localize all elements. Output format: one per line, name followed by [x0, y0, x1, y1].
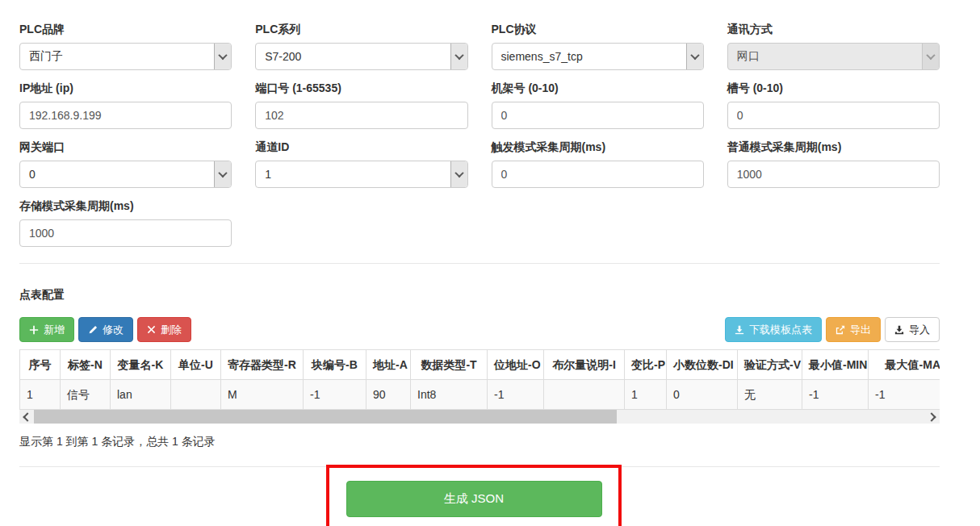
cell-bit-address: -1: [488, 380, 544, 410]
red-annotation-box: 生成 JSON: [326, 465, 622, 526]
slot-no-input[interactable]: [727, 102, 940, 129]
cell-varname: lan: [111, 380, 171, 410]
cell-label: 信号: [61, 380, 111, 410]
cell-max: -1: [869, 380, 940, 410]
point-table-container: 序号 标签-N 变量名-K 单位-U 寄存器类型-R 块编号-B 地址-A 数据…: [19, 349, 940, 410]
col-label: 标签-N: [61, 350, 111, 380]
import-button[interactable]: 导入: [885, 317, 940, 342]
gateway-port-select[interactable]: 0: [19, 161, 232, 188]
port-label: 端口号 (1-65535): [255, 81, 467, 96]
download-icon: [735, 325, 744, 335]
plc-series-select-value: S7-200: [256, 50, 450, 63]
col-verify: 验证方式-V: [738, 350, 802, 380]
field-port: 端口号 (1-65535): [255, 81, 467, 129]
plus-icon: [29, 325, 39, 335]
cell-bool-desc: [544, 380, 625, 410]
cell-block-no: -1: [304, 380, 366, 410]
field-trigger-period: 触发模式采集周期(ms): [492, 140, 704, 188]
generate-json-button[interactable]: 生成 JSON: [346, 481, 602, 517]
channel-id-select-value: 1: [256, 168, 450, 181]
field-comm-mode: 通讯方式 网口: [727, 23, 940, 70]
field-plc-brand: PLC品牌 西门子: [19, 23, 232, 70]
col-max: 最大值-MAX: [869, 350, 940, 380]
col-data-type: 数据类型-T: [411, 350, 488, 380]
rack-no-input[interactable]: [492, 102, 704, 129]
col-min: 最小值-MIN: [802, 350, 869, 380]
plc-config-form: PLC品牌 西门子 PLC系列 S7-200 PLC协议 siemens_s7_…: [19, 23, 940, 247]
cell-unit: [171, 380, 221, 410]
plc-protocol-select[interactable]: siemens_s7_tcp: [492, 43, 704, 70]
comm-mode-select: 网口: [727, 43, 940, 70]
toolbar-right-group: 下载模板点表 导出 导入: [725, 317, 940, 342]
plc-brand-select[interactable]: 西门子: [19, 43, 232, 70]
col-varname: 变量名-K: [111, 350, 171, 380]
chevron-down-icon: [922, 44, 939, 69]
storage-period-label: 存储模式采集周期(ms): [19, 199, 232, 214]
chevron-down-icon: [450, 44, 467, 69]
col-block-no: 块编号-B: [304, 350, 366, 380]
storage-period-input[interactable]: [19, 219, 232, 247]
cell-data-type: Int8: [411, 380, 488, 410]
col-seq: 序号: [20, 350, 61, 380]
cell-register-type: M: [221, 380, 304, 410]
plc-brand-select-value: 西门子: [20, 49, 214, 64]
table-header-row: 序号 标签-N 变量名-K 单位-U 寄存器类型-R 块编号-B 地址-A 数据…: [20, 350, 940, 380]
cell-verify: 无: [738, 380, 802, 410]
channel-id-label: 通道ID: [255, 140, 467, 155]
comm-mode-select-value: 网口: [728, 49, 922, 64]
plc-series-label: PLC系列: [255, 23, 467, 37]
download-template-button[interactable]: 下载模板点表: [725, 317, 822, 342]
chevron-left-icon[interactable]: [19, 410, 33, 424]
horizontal-scrollbar[interactable]: [19, 410, 940, 424]
field-gateway-port: 网关端口 0: [19, 140, 232, 188]
cell-seq: 1: [20, 380, 61, 410]
trigger-period-input[interactable]: [492, 161, 704, 188]
table-row[interactable]: 1 信号 lan M -1 90 Int8 -1 1 0 无 -1 -1: [20, 380, 940, 410]
col-unit: 单位-U: [171, 350, 221, 380]
edit-button[interactable]: 修改: [78, 317, 133, 342]
port-input[interactable]: [255, 102, 467, 129]
plc-series-select[interactable]: S7-200: [255, 43, 467, 70]
ip-address-input[interactable]: [19, 102, 232, 129]
scrollbar-thumb[interactable]: [34, 410, 617, 424]
col-address: 地址-A: [366, 350, 411, 380]
cell-address: 90: [366, 380, 411, 410]
field-channel-id: 通道ID 1: [255, 140, 467, 188]
normal-period-label: 普通模式采集周期(ms): [727, 140, 940, 155]
point-table-toolbar: 新增 修改 删除 下载模板点表 导出 导入: [19, 317, 940, 342]
page-content: PLC品牌 西门子 PLC系列 S7-200 PLC协议 siemens_s7_…: [19, 23, 940, 526]
chevron-right-icon[interactable]: [926, 410, 940, 424]
channel-id-select[interactable]: 1: [255, 161, 467, 188]
field-ip-address: IP地址 (ip): [19, 81, 232, 129]
delete-button[interactable]: 删除: [137, 317, 191, 342]
col-register-type: 寄存器类型-R: [221, 350, 304, 380]
chevron-down-icon: [686, 44, 703, 69]
field-plc-series: PLC系列 S7-200: [255, 23, 467, 70]
record-info: 显示第 1 到第 1 条记录，总共 1 条记录: [19, 435, 940, 449]
field-normal-period: 普通模式采集周期(ms): [727, 140, 940, 188]
export-icon: [836, 325, 845, 335]
gateway-port-label: 网关端口: [19, 140, 232, 155]
gateway-port-select-value: 0: [20, 168, 214, 181]
plc-protocol-label: PLC协议: [492, 23, 704, 37]
add-button[interactable]: 新增: [19, 317, 74, 342]
section-divider: [19, 263, 940, 264]
plc-protocol-select-value: siemens_s7_tcp: [492, 50, 686, 63]
col-bit-address: 位地址-O: [488, 350, 544, 380]
point-table: 序号 标签-N 变量名-K 单位-U 寄存器类型-R 块编号-B 地址-A 数据…: [19, 349, 940, 410]
cell-decimals: 0: [667, 380, 738, 410]
normal-period-input[interactable]: [727, 161, 940, 188]
field-storage-period: 存储模式采集周期(ms): [19, 199, 232, 247]
plc-brand-label: PLC品牌: [19, 23, 232, 37]
field-slot-no: 槽号 (0-10): [727, 81, 940, 129]
col-decimals: 小数位数-DI: [667, 350, 738, 380]
import-icon: [894, 325, 904, 335]
chevron-down-icon: [214, 44, 231, 69]
pencil-icon: [88, 325, 98, 335]
chevron-down-icon: [214, 161, 231, 187]
col-bool-desc: 布尔量说明-I: [544, 350, 625, 380]
col-ratio: 变比-P: [625, 350, 667, 380]
field-rack-no: 机架号 (0-10): [492, 81, 704, 129]
field-plc-protocol: PLC协议 siemens_s7_tcp: [492, 23, 704, 70]
export-button[interactable]: 导出: [826, 317, 881, 342]
